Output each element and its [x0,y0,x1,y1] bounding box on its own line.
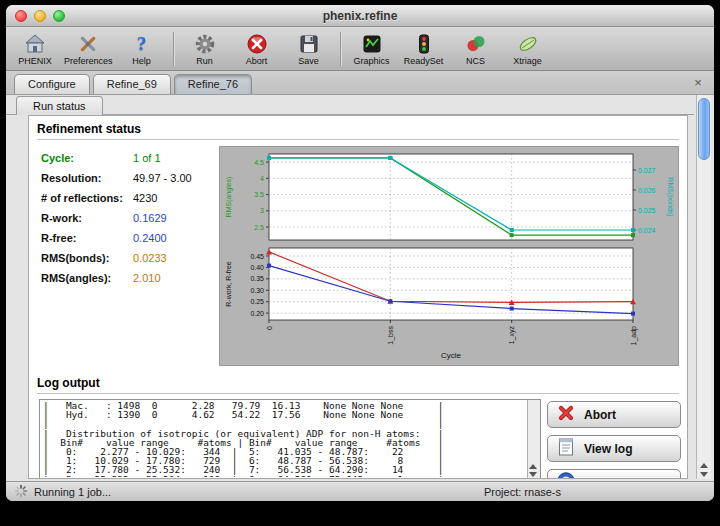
scroll-down-arrow-icon[interactable] [700,472,708,477]
toolbar-abort-button[interactable]: Abort [234,28,280,70]
view-log-button[interactable]: View log [547,435,681,462]
svg-text:1_xyz: 1_xyz [508,326,516,345]
run-gear-icon [194,31,216,55]
abort-red-x-icon [556,403,576,426]
log-output-heading: Log output [37,372,679,394]
chart-svg: 2.533.544.50.0240.0250.0260.027RMS(angle… [221,148,677,364]
svg-text:3: 3 [260,207,264,214]
tab-refine-76[interactable]: Refine_76 [174,74,252,94]
log-output-textarea[interactable]: | Mac. : 1498 0 2.28 79.79 16.13 None No… [39,399,541,479]
preferences-tools-icon [77,31,99,55]
svg-text:0.30: 0.30 [250,287,264,294]
toolbar-label: ReadySet [404,56,444,66]
help-question-icon: ? [137,31,147,55]
stat-r-work: R-work: 0.1629 [41,212,211,224]
view-log-document-icon [556,437,576,460]
content-area: Run status Refinement status Cycle: 1 of… [6,95,714,481]
svg-text:0.026: 0.026 [638,187,656,194]
log-horizontal-scrollbar[interactable] [40,478,527,479]
screen: phenix.refine PHENIX Preferences [0,0,720,526]
tab-close-button[interactable]: × [690,75,706,91]
minimize-window-button[interactable] [34,10,46,22]
toolbar-separator [173,32,174,66]
show-graphics-button[interactable]: Show graphics [547,469,681,479]
window-title: phenix.refine [323,9,398,23]
stat-reflections: # of reflections: 4230 [41,192,211,204]
svg-text:4.5: 4.5 [254,159,264,166]
zoom-window-button[interactable] [53,10,65,22]
subtab-bar: Run status [6,95,694,115]
tab-refine-69[interactable]: Refine_69 [93,74,171,94]
toolbar-label: NCS [466,56,485,66]
svg-text:RMS(angles): RMS(angles) [225,177,233,218]
toolbar-label: PHENIX [18,56,52,66]
toolbar-readyset-button[interactable]: ReadySet [401,28,447,70]
refinement-status-row: Cycle: 1 of 1 Resolution: 49.97 - 3.00 #… [29,140,687,370]
window-controls [15,10,65,22]
toolbar-label: Help [132,56,151,66]
toolbar-help-button[interactable]: ? Help [119,28,165,70]
svg-text:0.024: 0.024 [638,227,656,234]
subtab-run-status[interactable]: Run status [16,96,103,115]
svg-text:R-work, R-free: R-work, R-free [225,261,232,307]
content-vertical-scrollbar[interactable] [696,95,711,479]
toolbar-separator [340,32,341,66]
svg-text:Cycle: Cycle [441,351,462,360]
toolbar-label: Preferences [64,56,113,66]
toolbar-label: Xtriage [513,56,542,66]
toolbar-label: Abort [246,56,268,66]
titlebar[interactable]: phenix.refine [6,5,714,27]
svg-text:0: 0 [266,326,273,330]
toolbar-ncs-button[interactable]: NCS [453,28,499,70]
close-window-button[interactable] [15,10,27,22]
svg-text:1_bss: 1_bss [387,326,395,345]
stat-resolution: Resolution: 49.97 - 3.00 [41,172,211,184]
svg-text:0.40: 0.40 [250,264,264,271]
status-bar: Running 1 job... Project: rnase-s [6,481,714,501]
svg-text:0.027: 0.027 [638,167,656,174]
progress-spinner-icon [14,484,28,500]
tab-bar: Configure Refine_69 Refine_76 × [6,71,714,95]
action-buttons: Abort View log [547,399,681,479]
status-project-label: Project: rnase-s [484,486,561,498]
svg-text:0.25: 0.25 [250,298,264,305]
graphics-icon [361,31,383,55]
svg-text:0.20: 0.20 [250,310,264,317]
svg-text:1_adp: 1_adp [630,326,638,346]
abort-button[interactable]: Abort [547,401,681,428]
stat-rms-angles: RMS(angles): 2.010 [41,272,211,284]
log-output-row: | Mac. : 1498 0 2.28 79.79 16.13 None No… [29,394,687,479]
refinement-status-heading: Refinement status [37,118,679,140]
toolbar-preferences-button[interactable]: Preferences [64,28,113,70]
vertical-scroll-thumb[interactable] [698,98,710,160]
toolbar: PHENIX Preferences ? Help [6,27,714,71]
scroll-up-arrow-icon[interactable] [529,464,537,469]
toolbar-xtriage-button[interactable]: Xtriage [505,28,551,70]
phenix-home-icon [24,31,46,55]
toolbar-graphics-button[interactable]: Graphics [349,28,395,70]
toolbar-save-button[interactable]: Save [286,28,332,70]
toolbar-phenix-button[interactable]: PHENIX [12,28,58,70]
stat-r-free: R-free: 0.2400 [41,232,211,244]
svg-text:0.45: 0.45 [250,253,264,260]
log-output-text: | Mac. : 1498 0 2.28 79.79 16.13 None No… [43,401,526,477]
tab-configure[interactable]: Configure [14,74,90,94]
refinement-progress-chart: 2.533.544.50.0240.0250.0260.027RMS(angle… [219,146,679,366]
refinement-stats: Cycle: 1 of 1 Resolution: 49.97 - 3.00 #… [41,146,211,366]
scroll-up-arrow-icon[interactable] [700,463,708,468]
abort-red-x-icon [246,31,268,55]
status-message: Running 1 job... [34,486,111,498]
xtriage-icon [517,31,539,55]
run-status-panel: Refinement status Cycle: 1 of 1 Resoluti… [28,115,688,479]
readyset-traffic-light-icon [413,31,435,55]
toolbar-run-button[interactable]: Run [182,28,228,70]
show-graphics-icon [556,471,576,479]
svg-text:0.025: 0.025 [638,207,656,214]
log-vertical-scrollbar[interactable] [527,400,540,478]
save-floppy-icon [298,31,320,55]
scroll-down-arrow-icon[interactable] [529,472,537,477]
stat-rms-bonds: RMS(bonds): 0.0233 [41,252,211,264]
toolbar-label: Graphics [354,56,390,66]
svg-text:0.35: 0.35 [250,275,264,282]
svg-text:4: 4 [260,175,264,182]
